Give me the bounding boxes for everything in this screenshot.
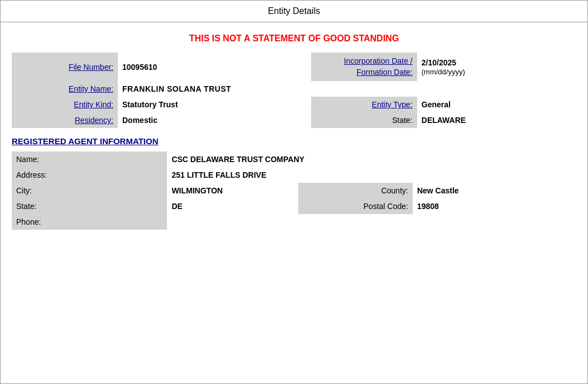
ra-name-label-cell: Name:	[12, 151, 167, 167]
entity-type-value: General	[422, 100, 451, 109]
residency-row: Residency: Domestic State: DELAWARE	[12, 112, 576, 128]
incorporation-date-value-cell: 2/10/2025 (mm/dd/yyyy)	[417, 53, 576, 81]
registered-agent-header: REGISTERED AGENT INFORMATION	[12, 136, 576, 146]
not-good-standing-banner: THIS IS NOT A STATEMENT OF GOOD STANDING	[12, 34, 576, 44]
ra-name-value-cell: CSC DELAWARE TRUST COMPANY	[167, 151, 576, 167]
ra-name-value: CSC DELAWARE TRUST COMPANY	[171, 155, 304, 164]
ra-address-value-cell: 251 LITTLE FALLS DRIVE	[167, 167, 576, 183]
state-label-cell: State:	[311, 112, 417, 128]
page-title-bar: Entity Details	[1, 1, 587, 22]
ra-state-value-cell: DE	[167, 198, 298, 214]
entity-name-value: FRANKLIN SOLANA TRUST	[122, 84, 231, 93]
residency-value-cell: Domestic	[118, 112, 311, 128]
entity-name-row: Entity Name: FRANKLIN SOLANA TRUST	[12, 81, 576, 97]
ra-address-label-cell: Address:	[12, 167, 167, 183]
residency-label-cell: Residency:	[12, 112, 118, 128]
incorporation-date-value: 2/10/2025	[422, 58, 456, 67]
entity-kind-label-cell: Entity Kind:	[12, 97, 118, 112]
ra-state-row: State: DE Postal Code: 19808	[12, 198, 576, 214]
registered-agent-link[interactable]: REGISTERED AGENT INFORMATION	[12, 136, 159, 146]
ra-county-value: New Castle	[417, 186, 459, 195]
ra-address-label: Address:	[16, 170, 47, 179]
ra-city-value: WILMINGTON	[171, 186, 223, 195]
entity-kind-row: Entity Kind: Statutory Trust Entity Type…	[12, 97, 576, 112]
file-number-link[interactable]: File Number:	[69, 63, 113, 72]
ra-state-value: DE	[171, 202, 182, 211]
file-number-row: File Number: 10095610 Incorporation Date…	[12, 53, 576, 81]
state-value: DELAWARE	[422, 116, 466, 125]
entity-name-value-cell: FRANKLIN SOLANA TRUST	[118, 81, 576, 97]
ra-city-label: City:	[16, 186, 32, 195]
file-number-label-cell: File Number:	[12, 53, 118, 81]
ra-phone-label-cell: Phone:	[12, 214, 167, 230]
entity-name-label-cell: Entity Name:	[12, 81, 118, 97]
ra-county-label-cell: County:	[298, 183, 413, 198]
incorporation-date-format: (mm/dd/yyyy)	[422, 68, 465, 76]
ra-address-row: Address: 251 LITTLE FALLS DRIVE	[12, 167, 576, 183]
ra-postal-label: Postal Code:	[364, 202, 408, 211]
ra-phone-row: Phone:	[12, 214, 576, 230]
ra-county-label: County:	[381, 186, 408, 195]
state-label: State:	[392, 116, 413, 125]
ra-postal-value: 19808	[417, 202, 439, 211]
page-title: Entity Details	[268, 6, 320, 16]
incorporation-date-label-cell: Incorporation Date /Formation Date:	[311, 53, 417, 81]
ra-city-label-cell: City:	[12, 183, 167, 198]
residency-link[interactable]: Residency:	[75, 116, 113, 125]
entity-name-link[interactable]: Entity Name:	[69, 84, 113, 93]
ra-city-row: City: WILMINGTON County: New Castle	[12, 183, 576, 198]
file-number-value-cell: 10095610	[118, 53, 311, 81]
ra-name-label: Name:	[16, 155, 39, 164]
entity-type-label-cell: Entity Type:	[311, 97, 417, 112]
ra-phone-label: Phone:	[16, 217, 41, 226]
ra-state-label-cell: State:	[12, 198, 167, 214]
entity-type-value-cell: General	[417, 97, 576, 112]
page-container: Entity Details THIS IS NOT A STATEMENT O…	[0, 0, 588, 384]
file-number-value: 10095610	[122, 63, 157, 72]
incorporation-date-link[interactable]: Incorporation Date /Formation Date:	[344, 56, 413, 77]
ra-county-value-cell: New Castle	[413, 183, 576, 198]
ra-state-label: State:	[16, 202, 37, 211]
ra-postal-label-cell: Postal Code:	[298, 198, 413, 214]
state-value-cell: DELAWARE	[417, 112, 576, 128]
entity-info-table: File Number: 10095610 Incorporation Date…	[12, 53, 576, 128]
ra-postal-value-cell: 19808	[413, 198, 576, 214]
entity-type-link[interactable]: Entity Type:	[372, 100, 413, 109]
content-area: THIS IS NOT A STATEMENT OF GOOD STANDING…	[1, 22, 587, 238]
ra-phone-value-cell	[167, 214, 576, 230]
ra-city-value-cell: WILMINGTON	[167, 183, 298, 198]
entity-kind-link[interactable]: Entity Kind:	[74, 100, 113, 109]
residency-value: Domestic	[122, 116, 157, 125]
ra-address-value: 251 LITTLE FALLS DRIVE	[171, 170, 266, 179]
registered-agent-table: Name: CSC DELAWARE TRUST COMPANY Address…	[12, 151, 576, 230]
entity-kind-value: Statutory Trust	[122, 100, 178, 109]
ra-name-row: Name: CSC DELAWARE TRUST COMPANY	[12, 151, 576, 167]
entity-kind-value-cell: Statutory Trust	[118, 97, 311, 112]
